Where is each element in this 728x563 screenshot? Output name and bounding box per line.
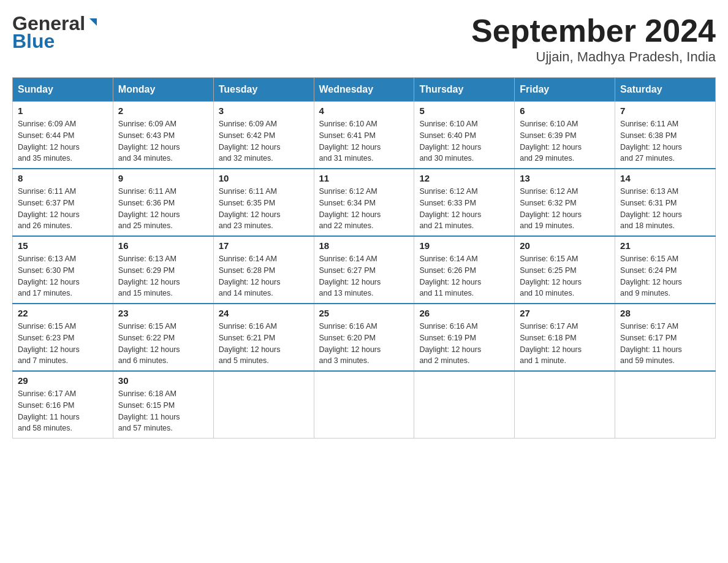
day-info: Sunrise: 6:14 AMSunset: 6:27 PMDaylight:… <box>319 253 409 299</box>
day-info: Sunrise: 6:14 AMSunset: 6:26 PMDaylight:… <box>419 253 509 299</box>
day-info: Sunrise: 6:12 AMSunset: 6:32 PMDaylight:… <box>520 186 610 232</box>
day-info: Sunrise: 6:13 AMSunset: 6:31 PMDaylight:… <box>620 186 710 232</box>
day-number: 4 <box>319 105 409 116</box>
table-row: 21 Sunrise: 6:15 AMSunset: 6:24 PMDaylig… <box>615 236 716 304</box>
page-header: General Blue September 2024 Ujjain, Madh… <box>12 12 716 65</box>
day-number: 28 <box>620 308 710 318</box>
day-number: 16 <box>118 240 208 251</box>
day-info: Sunrise: 6:11 AMSunset: 6:38 PMDaylight:… <box>620 118 710 164</box>
table-row: 2 Sunrise: 6:09 AMSunset: 6:43 PMDayligh… <box>113 102 213 169</box>
calendar-week-row: 15 Sunrise: 6:13 AMSunset: 6:30 PMDaylig… <box>13 236 716 304</box>
day-number: 30 <box>118 375 208 386</box>
table-row: 30 Sunrise: 6:18 AMSunset: 6:15 PMDaylig… <box>113 371 213 439</box>
day-number: 25 <box>319 308 409 318</box>
table-row: 9 Sunrise: 6:11 AMSunset: 6:36 PMDayligh… <box>113 169 213 236</box>
calendar-table: Sunday Monday Tuesday Wednesday Thursday… <box>12 77 716 439</box>
day-number: 24 <box>219 308 309 318</box>
day-info: Sunrise: 6:16 AMSunset: 6:21 PMDaylight:… <box>219 321 309 367</box>
table-row: 7 Sunrise: 6:11 AMSunset: 6:38 PMDayligh… <box>615 102 716 169</box>
table-row: 1 Sunrise: 6:09 AMSunset: 6:44 PMDayligh… <box>13 102 113 169</box>
day-number: 27 <box>520 308 610 318</box>
logo-triangle-icon <box>86 16 100 29</box>
table-row: 4 Sunrise: 6:10 AMSunset: 6:41 PMDayligh… <box>314 102 414 169</box>
day-info: Sunrise: 6:16 AMSunset: 6:19 PMDaylight:… <box>419 321 509 367</box>
col-tuesday: Tuesday <box>213 78 314 102</box>
day-info: Sunrise: 6:17 AMSunset: 6:17 PMDaylight:… <box>620 321 710 367</box>
day-number: 1 <box>18 105 108 116</box>
day-info: Sunrise: 6:13 AMSunset: 6:30 PMDaylight:… <box>18 253 108 299</box>
day-number: 17 <box>219 240 309 251</box>
logo-blue: Blue <box>12 30 55 53</box>
svg-marker-0 <box>89 18 97 26</box>
calendar-week-row: 1 Sunrise: 6:09 AMSunset: 6:44 PMDayligh… <box>13 102 716 169</box>
table-row: 15 Sunrise: 6:13 AMSunset: 6:30 PMDaylig… <box>13 236 113 304</box>
day-number: 3 <box>219 105 309 116</box>
day-info: Sunrise: 6:17 AMSunset: 6:18 PMDaylight:… <box>520 321 610 367</box>
day-info: Sunrise: 6:09 AMSunset: 6:42 PMDaylight:… <box>219 118 309 164</box>
page-subtitle: Ujjain, Madhya Pradesh, India <box>471 49 716 65</box>
day-number: 12 <box>419 173 509 183</box>
day-info: Sunrise: 6:14 AMSunset: 6:28 PMDaylight:… <box>219 253 309 299</box>
table-row <box>414 371 515 439</box>
table-row: 17 Sunrise: 6:14 AMSunset: 6:28 PMDaylig… <box>213 236 314 304</box>
day-info: Sunrise: 6:12 AMSunset: 6:34 PMDaylight:… <box>319 186 409 232</box>
day-number: 19 <box>419 240 509 251</box>
col-friday: Friday <box>515 78 615 102</box>
day-number: 20 <box>520 240 610 251</box>
day-info: Sunrise: 6:15 AMSunset: 6:25 PMDaylight:… <box>520 253 610 299</box>
col-thursday: Thursday <box>414 78 515 102</box>
day-info: Sunrise: 6:10 AMSunset: 6:41 PMDaylight:… <box>319 118 409 164</box>
day-info: Sunrise: 6:09 AMSunset: 6:43 PMDaylight:… <box>118 118 208 164</box>
day-info: Sunrise: 6:15 AMSunset: 6:22 PMDaylight:… <box>118 321 208 367</box>
table-row: 11 Sunrise: 6:12 AMSunset: 6:34 PMDaylig… <box>314 169 414 236</box>
day-number: 11 <box>319 173 409 183</box>
table-row: 10 Sunrise: 6:11 AMSunset: 6:35 PMDaylig… <box>213 169 314 236</box>
day-number: 14 <box>620 173 710 183</box>
table-row: 16 Sunrise: 6:13 AMSunset: 6:29 PMDaylig… <box>113 236 213 304</box>
day-number: 21 <box>620 240 710 251</box>
day-number: 9 <box>118 173 208 183</box>
day-info: Sunrise: 6:11 AMSunset: 6:35 PMDaylight:… <box>219 186 309 232</box>
table-row: 14 Sunrise: 6:13 AMSunset: 6:31 PMDaylig… <box>615 169 716 236</box>
table-row: 18 Sunrise: 6:14 AMSunset: 6:27 PMDaylig… <box>314 236 414 304</box>
table-row: 20 Sunrise: 6:15 AMSunset: 6:25 PMDaylig… <box>515 236 615 304</box>
table-row: 8 Sunrise: 6:11 AMSunset: 6:37 PMDayligh… <box>13 169 113 236</box>
table-row: 23 Sunrise: 6:15 AMSunset: 6:22 PMDaylig… <box>113 304 213 371</box>
table-row: 5 Sunrise: 6:10 AMSunset: 6:40 PMDayligh… <box>414 102 515 169</box>
col-sunday: Sunday <box>13 78 113 102</box>
day-number: 26 <box>419 308 509 318</box>
day-number: 22 <box>18 308 108 318</box>
col-saturday: Saturday <box>615 78 716 102</box>
day-number: 8 <box>18 173 108 183</box>
day-info: Sunrise: 6:13 AMSunset: 6:29 PMDaylight:… <box>118 253 208 299</box>
calendar-week-row: 22 Sunrise: 6:15 AMSunset: 6:23 PMDaylig… <box>13 304 716 371</box>
table-row: 27 Sunrise: 6:17 AMSunset: 6:18 PMDaylig… <box>515 304 615 371</box>
day-info: Sunrise: 6:16 AMSunset: 6:20 PMDaylight:… <box>319 321 409 367</box>
table-row <box>213 371 314 439</box>
table-row <box>515 371 615 439</box>
col-monday: Monday <box>113 78 213 102</box>
table-row: 25 Sunrise: 6:16 AMSunset: 6:20 PMDaylig… <box>314 304 414 371</box>
table-row: 28 Sunrise: 6:17 AMSunset: 6:17 PMDaylig… <box>615 304 716 371</box>
table-row: 24 Sunrise: 6:16 AMSunset: 6:21 PMDaylig… <box>213 304 314 371</box>
day-info: Sunrise: 6:15 AMSunset: 6:24 PMDaylight:… <box>620 253 710 299</box>
table-row: 19 Sunrise: 6:14 AMSunset: 6:26 PMDaylig… <box>414 236 515 304</box>
page-title: September 2024 <box>471 12 716 49</box>
calendar-week-row: 8 Sunrise: 6:11 AMSunset: 6:37 PMDayligh… <box>13 169 716 236</box>
day-number: 6 <box>520 105 610 116</box>
day-info: Sunrise: 6:10 AMSunset: 6:39 PMDaylight:… <box>520 118 610 164</box>
day-number: 13 <box>520 173 610 183</box>
day-number: 2 <box>118 105 208 116</box>
title-block: September 2024 Ujjain, Madhya Pradesh, I… <box>471 12 716 65</box>
day-info: Sunrise: 6:17 AMSunset: 6:16 PMDaylight:… <box>18 388 108 434</box>
col-wednesday: Wednesday <box>314 78 414 102</box>
day-number: 18 <box>319 240 409 251</box>
calendar-week-row: 29 Sunrise: 6:17 AMSunset: 6:16 PMDaylig… <box>13 371 716 439</box>
table-row: 22 Sunrise: 6:15 AMSunset: 6:23 PMDaylig… <box>13 304 113 371</box>
day-number: 29 <box>18 375 108 386</box>
day-number: 5 <box>419 105 509 116</box>
day-info: Sunrise: 6:11 AMSunset: 6:36 PMDaylight:… <box>118 186 208 232</box>
table-row: 12 Sunrise: 6:12 AMSunset: 6:33 PMDaylig… <box>414 169 515 236</box>
day-info: Sunrise: 6:09 AMSunset: 6:44 PMDaylight:… <box>18 118 108 164</box>
table-row: 3 Sunrise: 6:09 AMSunset: 6:42 PMDayligh… <box>213 102 314 169</box>
